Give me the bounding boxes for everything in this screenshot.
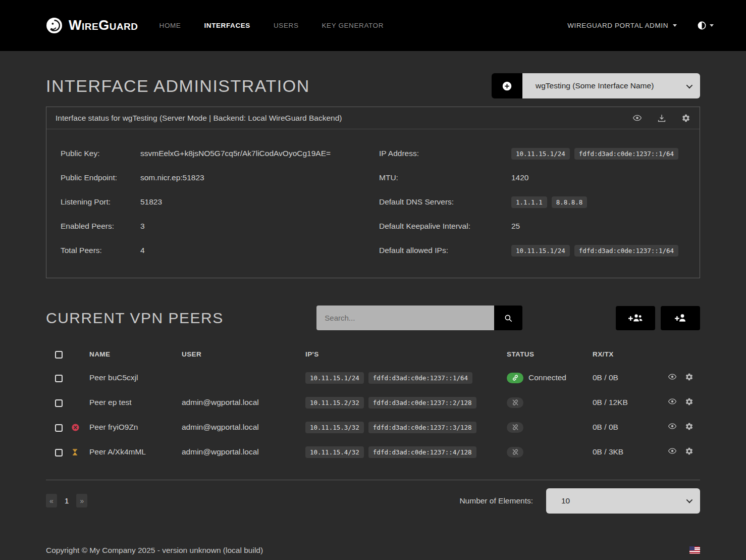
peer-settings-button[interactable] <box>685 373 694 381</box>
mtu-label: MTU: <box>379 173 511 182</box>
link-slash-icon <box>507 397 523 408</box>
peer-view-button[interactable] <box>668 397 677 406</box>
search-icon <box>504 314 513 323</box>
public-endpoint-value: som.nicr.ep:51823 <box>140 173 204 182</box>
select-all-checkbox[interactable] <box>55 351 63 359</box>
pagination-prev-button[interactable]: « <box>46 494 57 507</box>
nav-item-users[interactable]: USERS <box>274 22 299 29</box>
peer-status-text: Connected <box>528 373 566 382</box>
listening-port-label: Listening Port: <box>61 197 140 207</box>
peer-settings-button[interactable] <box>685 397 694 406</box>
table-row: Peer fryiO9Zn admin@wgportal.local 10.11… <box>46 415 700 440</box>
search-button[interactable] <box>494 306 522 330</box>
dns-servers-label: Default DNS Servers: <box>379 197 511 207</box>
download-config-button[interactable] <box>657 113 666 123</box>
pagination-next-button[interactable]: » <box>76 494 87 507</box>
peer-ip-badge: 10.11.15.1/24 <box>305 372 364 384</box>
total-peers-label: Total Peers: <box>61 246 140 255</box>
table-row: Peer buC5cxjl 10.11.15.1/24fdfd:d3ad:c0d… <box>46 366 700 390</box>
eye-icon <box>668 397 677 406</box>
table-header-row: NAME USER IP'S STATUS RX/TX <box>46 343 700 366</box>
add-peer-button[interactable] <box>661 306 700 330</box>
download-icon <box>657 114 666 123</box>
row-checkbox[interactable] <box>55 375 63 382</box>
brand[interactable]: WireGuard <box>46 17 138 34</box>
public-key-value: ssvmEelxG+k8jsNO5G7cq5r/Ak7liCodAvOyoCg1… <box>140 149 331 158</box>
chevron-down-icon <box>686 82 693 88</box>
peer-user: admin@wgportal.local <box>182 440 305 465</box>
pagination-page-1[interactable]: 1 <box>61 494 72 507</box>
theme-half-circle-icon <box>697 21 707 30</box>
mtu-value: 1420 <box>511 173 528 182</box>
peer-ip-badge: fdfd:d3ad:c0de:1237::4/128 <box>368 446 476 458</box>
number-of-elements-select[interactable]: 10 <box>546 488 700 514</box>
row-checkbox[interactable] <box>55 424 63 432</box>
interface-status-card: Interface status for wgTesting (Server M… <box>46 107 700 278</box>
peer-ip-badge: 10.11.15.2/32 <box>305 397 364 409</box>
view-config-button[interactable] <box>632 113 642 123</box>
eye-icon <box>668 372 677 381</box>
search-input[interactable] <box>316 306 494 330</box>
admin-account-label: WIREGUARD PORTAL ADMIN <box>567 22 668 29</box>
gear-icon <box>685 447 694 455</box>
allowed-ip-badge: fdfd:d3ad:c0de:1237::1/64 <box>574 245 678 257</box>
peer-rxtx: 0B / 0B <box>593 366 662 390</box>
gear-icon <box>685 397 694 406</box>
page-title: INTERFACE ADMINISTRATION <box>46 76 310 96</box>
row-checkbox[interactable] <box>55 399 63 407</box>
nav-item-interfaces[interactable]: INTERFACES <box>204 22 250 29</box>
chevron-down-icon <box>673 24 677 27</box>
column-header-name: NAME <box>89 343 182 366</box>
us-flag-icon[interactable] <box>689 546 700 554</box>
peer-ip-badge: fdfd:d3ad:c0de:1237::1/64 <box>368 372 472 384</box>
allowed-ips-label: Default allowed IPs: <box>379 246 511 255</box>
peer-user <box>182 366 305 390</box>
peer-view-button[interactable] <box>668 422 677 431</box>
public-key-label: Public Key: <box>61 149 140 158</box>
peer-expired-icon <box>71 423 84 432</box>
divider <box>46 480 700 480</box>
add-interface-button[interactable] <box>492 73 522 98</box>
theme-toggle-menu[interactable] <box>697 21 714 30</box>
peer-user: admin@wgportal.local <box>182 390 305 415</box>
main-nav: HOME INTERFACES USERS KEY GENERATOR <box>159 22 384 29</box>
peer-name: Peer A/Xk4mML <box>89 440 182 465</box>
interface-select-value: wgTesting (Some Interface Name) <box>536 81 654 90</box>
keepalive-value: 25 <box>511 222 520 231</box>
nav-item-home[interactable]: HOME <box>159 22 181 29</box>
peer-view-button[interactable] <box>668 446 677 455</box>
interface-select[interactable]: wgTesting (Some Interface Name) <box>522 73 700 98</box>
peers-title: CURRENT VPN PEERS <box>46 310 224 327</box>
row-checkbox[interactable] <box>55 449 63 456</box>
brand-name: WireGuard <box>69 18 138 33</box>
peer-settings-button[interactable] <box>685 447 694 455</box>
peer-view-button[interactable] <box>668 372 677 381</box>
chevron-down-icon <box>686 497 693 503</box>
interface-settings-button[interactable] <box>681 113 690 123</box>
table-row: Peer A/Xk4mML admin@wgportal.local 10.11… <box>46 440 700 465</box>
number-of-elements-label: Number of Elements: <box>459 496 533 505</box>
column-header-user: USER <box>182 343 305 366</box>
link-slash-icon <box>507 447 523 457</box>
peers-table: NAME USER IP'S STATUS RX/TX Peer buC5cxj… <box>46 343 700 465</box>
listening-port-value: 51823 <box>140 197 162 207</box>
total-peers-value: 4 <box>140 246 145 255</box>
peer-ip-badge: 10.11.15.3/32 <box>305 422 364 433</box>
dns-badge: 8.8.8.8 <box>552 196 588 208</box>
nav-item-key-generator[interactable]: KEY GENERATOR <box>322 22 384 29</box>
ip-badge: 10.11.15.1/24 <box>511 148 570 160</box>
link-slash-icon <box>507 422 523 433</box>
link-icon <box>507 373 523 383</box>
copyright-text: Copyright © My Company 2025 - version un… <box>46 546 263 555</box>
column-header-rxtx: RX/TX <box>593 343 662 366</box>
peer-pending-icon <box>71 448 84 456</box>
add-multiple-peers-button[interactable] <box>616 306 655 330</box>
page-footer: Copyright © My Company 2025 - version un… <box>0 536 746 560</box>
eye-icon <box>668 446 677 455</box>
keepalive-label: Default Keepalive Interval: <box>379 222 511 231</box>
peer-user: admin@wgportal.local <box>182 415 305 440</box>
gear-icon <box>685 373 694 381</box>
admin-account-menu[interactable]: WIREGUARD PORTAL ADMIN <box>567 22 677 29</box>
peer-settings-button[interactable] <box>685 422 694 431</box>
peer-ip-badge: 10.11.15.4/32 <box>305 446 364 458</box>
